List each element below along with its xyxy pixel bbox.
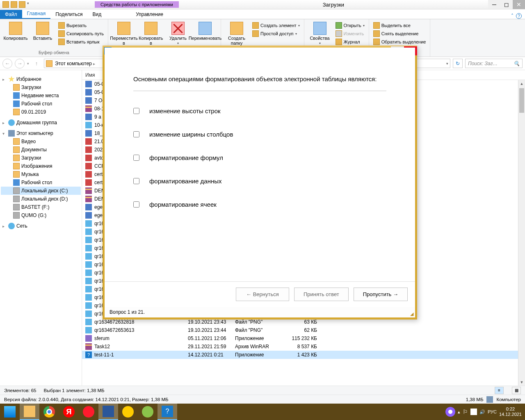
breadcrumb[interactable]: Этот компьютер: [54, 61, 96, 66]
tray-yandex-icon[interactable]: [445, 407, 455, 417]
quiz-skip-button[interactable]: Пропустить →: [354, 288, 408, 301]
close-button[interactable]: ✕: [513, 0, 525, 9]
scroll-thumb[interactable]: [519, 88, 524, 113]
edit-button[interactable]: Изменить: [334, 30, 366, 37]
refresh-button[interactable]: ↻: [453, 59, 463, 68]
view-icons-button[interactable]: ▦: [512, 387, 521, 394]
task-opera[interactable]: [79, 404, 98, 420]
nav-video[interactable]: Видео: [1, 137, 81, 146]
tray-action-center-icon[interactable]: ⚐: [463, 409, 468, 415]
nav-folder[interactable]: 09.01.2019: [1, 108, 81, 116]
tab-manage[interactable]: Управление: [131, 10, 168, 19]
qat-icon[interactable]: [2, 1, 9, 8]
file-row[interactable]: Task1229.11.2021 21:59Архив WinRAR8 537 …: [82, 342, 525, 351]
delete-button[interactable]: Удалить: [165, 20, 191, 45]
open-button[interactable]: Открыть: [334, 22, 366, 29]
nav-homegroup[interactable]: ▸Домашняя группа: [1, 119, 81, 127]
file-icon: [85, 310, 92, 317]
answer-checkbox[interactable]: [133, 131, 139, 137]
quiz-answer[interactable]: изменение высоты строк: [133, 107, 386, 114]
help-icon[interactable]: ?: [516, 13, 522, 19]
nav-recent[interactable]: Недавние места: [1, 91, 81, 100]
quiz-answer[interactable]: форматирование данных: [133, 178, 386, 185]
view-details-button[interactable]: ≡: [495, 387, 504, 394]
nav-music[interactable]: Музыка: [1, 170, 81, 178]
nav-desktop[interactable]: Рабочий стол: [1, 100, 81, 108]
start-button[interactable]: [0, 404, 20, 420]
back-button[interactable]: ←: [2, 59, 12, 68]
cut-button[interactable]: Вырезать: [57, 22, 105, 29]
history-button[interactable]: Журнал: [334, 38, 366, 46]
pc-icon: [8, 130, 15, 137]
tray-network-icon[interactable]: [470, 409, 477, 415]
task-chrome[interactable]: [39, 404, 59, 420]
scrollbar-vertical[interactable]: ▲ ▼: [518, 80, 525, 386]
paste-button[interactable]: Вставить: [30, 20, 56, 41]
tray-clock[interactable]: 0:2214.12.2021: [499, 406, 522, 417]
task-quiz[interactable]: ?: [158, 404, 177, 420]
scroll-up-icon[interactable]: ▲: [518, 80, 525, 87]
quiz-back-button[interactable]: ← Вернуться: [236, 288, 289, 301]
quiz-answer[interactable]: форматирование ячеек: [133, 201, 386, 208]
forward-button[interactable]: →: [15, 59, 25, 68]
maximize-button[interactable]: ◻: [500, 0, 513, 9]
resize-grip-icon[interactable]: ◢: [410, 311, 413, 317]
nav-network[interactable]: ▸Сеть: [1, 222, 81, 230]
nav-disk-c[interactable]: Локальный диск (C:): [1, 187, 81, 195]
tab-home[interactable]: Главная: [22, 9, 51, 19]
answer-checkbox[interactable]: [133, 178, 139, 184]
qat-icon[interactable]: [11, 1, 17, 8]
quiz-answer[interactable]: изменение ширины столбцов: [133, 131, 386, 138]
task-yandex[interactable]: Я: [59, 404, 79, 420]
nav-disk-d[interactable]: Локальный диск (D:): [1, 195, 81, 203]
task-ybrowser[interactable]: [118, 404, 138, 420]
quiz-accept-button[interactable]: Принять ответ: [294, 288, 349, 301]
file-row[interactable]: qr163467265361319.10.2021 23:44Файл "PNG…: [82, 326, 525, 334]
file-row[interactable]: ?test-11-114.12.2021 0:21Приложение1 423…: [82, 351, 525, 359]
properties-button[interactable]: Свойства: [307, 20, 333, 45]
qat-icon[interactable]: [19, 1, 25, 8]
tab-file[interactable]: Файл: [0, 10, 22, 19]
scroll-down-icon[interactable]: ▼: [518, 379, 525, 386]
answer-checkbox[interactable]: [133, 201, 139, 208]
tab-share[interactable]: Поделиться: [50, 10, 87, 19]
file-icon: [85, 146, 92, 153]
file-row[interactable]: sferum05.11.2021 12:06Приложение115 232 …: [82, 334, 525, 342]
tab-view[interactable]: Вид: [87, 10, 106, 19]
nav-downloads2[interactable]: Загрузки: [1, 154, 81, 162]
tray-expand-icon[interactable]: ▴: [458, 409, 460, 415]
deselect-button[interactable]: Снять выделение: [372, 30, 428, 37]
nav-this-pc[interactable]: ▾Этот компьютер: [1, 129, 81, 137]
ribbon-collapse-icon[interactable]: ˄: [511, 13, 514, 19]
task-explorer[interactable]: [20, 404, 39, 420]
nav-desktop2[interactable]: Рабочий стол: [1, 178, 81, 187]
answer-checkbox[interactable]: [133, 108, 139, 114]
task-word[interactable]: [98, 404, 118, 420]
up-button[interactable]: ↑: [32, 59, 41, 68]
copy-button[interactable]: Копировать: [2, 20, 29, 41]
history-dropdown[interactable]: ▾: [27, 62, 29, 66]
tray-lang[interactable]: РУС: [488, 409, 497, 414]
easy-access-button[interactable]: Простой доступ: [251, 30, 301, 37]
tray-volume-icon[interactable]: 🔊: [479, 409, 485, 415]
new-item-button[interactable]: Создать элемент: [251, 22, 301, 29]
select-all-button[interactable]: Выделить все: [372, 22, 428, 29]
task-app[interactable]: [138, 404, 158, 420]
nav-pictures[interactable]: Изображения: [1, 162, 81, 170]
paste-shortcut-button[interactable]: Вставить ярлык: [57, 38, 105, 46]
nav-downloads[interactable]: Загрузки: [1, 83, 81, 91]
nav-favorites[interactable]: ▸Избранное: [1, 75, 81, 83]
nav-disk-f[interactable]: BASTET (F:): [1, 203, 81, 211]
rename-button[interactable]: Переименовать: [192, 20, 218, 41]
answer-checkbox[interactable]: [133, 155, 139, 161]
nav-disk-g[interactable]: QUMO (G:): [1, 211, 81, 219]
nav-documents[interactable]: Документы: [1, 146, 81, 154]
qat-overflow[interactable]: ▾: [27, 1, 29, 8]
minimize-button[interactable]: ─: [488, 0, 500, 9]
quiz-answer[interactable]: форматирование формул: [133, 154, 386, 161]
new-folder-button[interactable]: Создать папку: [224, 20, 250, 46]
address-dropdown[interactable]: ▾: [446, 62, 448, 66]
search-input[interactable]: Поиск: Заг…🔍: [465, 59, 523, 68]
copy-path-button[interactable]: Скопировать путь: [57, 30, 105, 37]
invert-button[interactable]: Обратить выделение: [372, 38, 428, 46]
